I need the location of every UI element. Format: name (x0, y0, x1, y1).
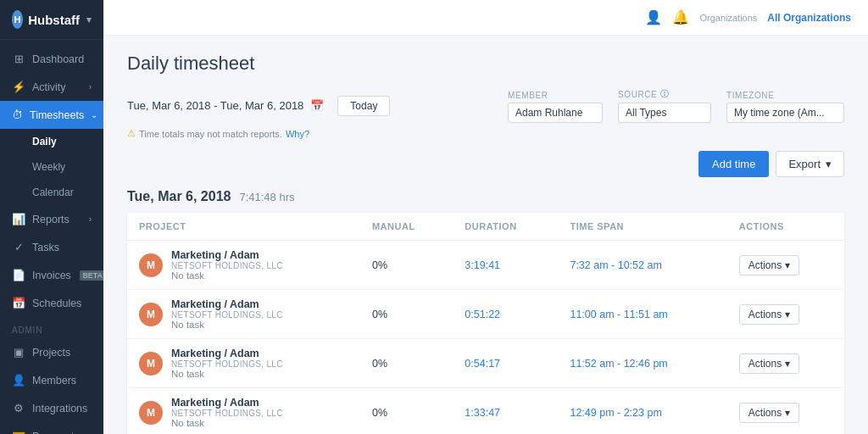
sidebar-item-projects[interactable]: ▣ Projects (0, 338, 103, 366)
th-timespan: Time span (558, 213, 726, 241)
timespan-cell: 11:00 am - 11:51 am (558, 290, 726, 339)
day-hours: 7:41:48 hrs (239, 191, 294, 203)
logo-caret: ▾ (86, 14, 92, 25)
calendar-label: Calendar (32, 186, 74, 198)
timespan-value: 11:52 am - 12:46 pm (570, 358, 667, 370)
duration-value: 0:51:22 (465, 309, 500, 320)
source-select[interactable]: All Types (618, 103, 711, 123)
sidebar-item-label: Timesheets (30, 109, 84, 121)
manual-cell: 0% (360, 388, 453, 435)
project-org: NETSOFT HOLDINGS, LLC (171, 310, 283, 320)
member-select[interactable]: Adam Ruhlane (508, 103, 603, 123)
project-info: Marketing / Adam NETSOFT HOLDINGS, LLC N… (171, 298, 283, 330)
source-filter-group: SOURCE ⓘ All Types (618, 88, 711, 123)
sidebar-item-activity[interactable]: ⚡ Activity › (0, 73, 103, 101)
actions-button[interactable]: Actions ▾ (739, 255, 799, 275)
timesheets-icon: ⏱ (12, 108, 23, 121)
payments-icon: 💳 (12, 430, 25, 434)
actions-chevron-icon: ▾ (785, 259, 790, 271)
actions-chevron-icon: ▾ (785, 358, 790, 370)
actions-button[interactable]: Actions ▾ (739, 403, 799, 423)
sidebar-item-tasks[interactable]: ✓ Tasks (0, 233, 103, 261)
project-task: No task (171, 369, 283, 379)
sidebar-item-label: Tasks (32, 242, 59, 253)
table-row: M Marketing / Adam NETSOFT HOLDINGS, LLC… (127, 388, 844, 435)
project-cell: M Marketing / Adam NETSOFT HOLDINGS, LLC… (127, 339, 360, 388)
date-range: Tue, Mar 6, 2018 - Tue, Mar 6, 2018 📅 (127, 99, 324, 112)
project-task: No task (171, 320, 283, 330)
sidebar-item-members[interactable]: 👤 Members (0, 366, 103, 394)
duration-value: 0:54:17 (465, 358, 500, 370)
actions-cell: Actions ▾ (727, 290, 844, 339)
sidebar-item-reports[interactable]: 📊 Reports › (0, 205, 103, 233)
sidebar-item-integrations[interactable]: ⚙ Integrations (0, 394, 103, 422)
project-info: Marketing / Adam NETSOFT HOLDINGS, LLC N… (171, 397, 283, 428)
sidebar-item-payments[interactable]: 💳 Payments (0, 422, 103, 434)
timesheet-table: Project Manual Duration Time span Action… (127, 213, 844, 434)
actions-label: Actions (748, 259, 782, 271)
member-filter-label: MEMBER (508, 91, 603, 100)
project-name: Marketing / Adam (171, 348, 283, 359)
actions-label: Actions (748, 407, 782, 419)
sidebar-subitem-weekly[interactable]: Weekly (0, 154, 103, 180)
sidebar-item-dashboard[interactable]: ⊞ Dashboard (0, 45, 103, 73)
th-actions: Actions (727, 213, 844, 241)
sidebar-item-schedules[interactable]: 📅 Schedules (0, 289, 103, 317)
filter-bar: Tue, Mar 6, 2018 - Tue, Mar 6, 2018 📅 To… (127, 88, 844, 123)
admin-section-label: ADMIN (0, 317, 103, 338)
project-org: NETSOFT HOLDINGS, LLC (171, 261, 283, 270)
app-logo[interactable]: H Hubstaff ▾ (0, 0, 103, 40)
duration-cell: 0:54:17 (453, 339, 558, 388)
avatar: M (139, 303, 163, 326)
reports-icon: 📊 (12, 213, 25, 225)
project-org: NETSOFT HOLDINGS, LLC (171, 409, 283, 418)
sidebar-item-label: Schedules (32, 298, 81, 309)
integrations-icon: ⚙ (12, 402, 25, 415)
schedules-icon: 📅 (12, 297, 25, 309)
timespan-cell: 7:32 am - 10:52 am (558, 241, 726, 290)
export-button[interactable]: Export ▾ (776, 151, 844, 177)
bell-icon[interactable]: 🔔 (672, 9, 689, 25)
sidebar-item-timesheets[interactable]: ⏱ Timesheets ⌄ (0, 101, 103, 129)
timezone-select[interactable]: My time zone (Am... (726, 103, 844, 123)
duration-value: 1:33:47 (465, 407, 500, 419)
actions-chevron-icon: ▾ (785, 309, 790, 320)
timespan-value: 12:49 pm - 2:23 pm (570, 407, 661, 419)
org-value[interactable]: All Organizations (767, 12, 851, 24)
add-time-button[interactable]: Add time (698, 151, 769, 177)
calendar-icon[interactable]: 📅 (310, 99, 324, 112)
manual-cell: 0% (360, 241, 453, 290)
sidebar-item-label: Dashboard (32, 53, 84, 65)
sidebar-item-label: Invoices (32, 270, 71, 281)
sidebar-subitem-daily[interactable]: Daily (0, 129, 103, 154)
actions-button[interactable]: Actions ▾ (739, 304, 799, 325)
table-body: M Marketing / Adam NETSOFT HOLDINGS, LLC… (127, 241, 844, 435)
th-manual: Manual (360, 213, 453, 241)
sidebar-subitem-calendar[interactable]: Calendar (0, 180, 103, 205)
timespan-value: 7:32 am - 10:52 am (570, 259, 661, 271)
duration-cell: 3:19:41 (453, 241, 558, 290)
member-filter-group: MEMBER Adam Ruhlane (508, 91, 603, 123)
timespan-cell: 11:52 am - 12:46 pm (558, 339, 726, 388)
avatar: M (139, 401, 163, 425)
manual-cell: 0% (360, 339, 453, 388)
actions-label: Actions (748, 358, 782, 370)
table-row: M Marketing / Adam NETSOFT HOLDINGS, LLC… (127, 290, 844, 339)
logo-icon: H (12, 10, 23, 29)
timespan-value: 11:00 am - 11:51 am (570, 309, 667, 320)
duration-value: 3:19:41 (465, 259, 500, 271)
actions-chevron-icon: ▾ (785, 407, 790, 419)
avatar: M (139, 253, 163, 277)
timespan-cell: 12:49 pm - 2:23 pm (558, 388, 726, 435)
why-link[interactable]: Why? (286, 129, 309, 139)
project-info: Marketing / Adam NETSOFT HOLDINGS, LLC N… (171, 249, 283, 281)
filter-controls: MEMBER Adam Ruhlane SOURCE ⓘ All Types (508, 88, 844, 123)
actions-button[interactable]: Actions ▾ (739, 353, 799, 374)
today-button[interactable]: Today (337, 96, 390, 116)
sidebar-item-label: Members (32, 375, 76, 387)
project-name: Marketing / Adam (171, 249, 283, 261)
sidebar-item-invoices[interactable]: 📄 Invoices BETA (0, 261, 103, 289)
user-icon[interactable]: 👤 (645, 9, 662, 25)
source-filter-label: SOURCE ⓘ (618, 88, 711, 100)
activity-icon: ⚡ (12, 81, 25, 93)
